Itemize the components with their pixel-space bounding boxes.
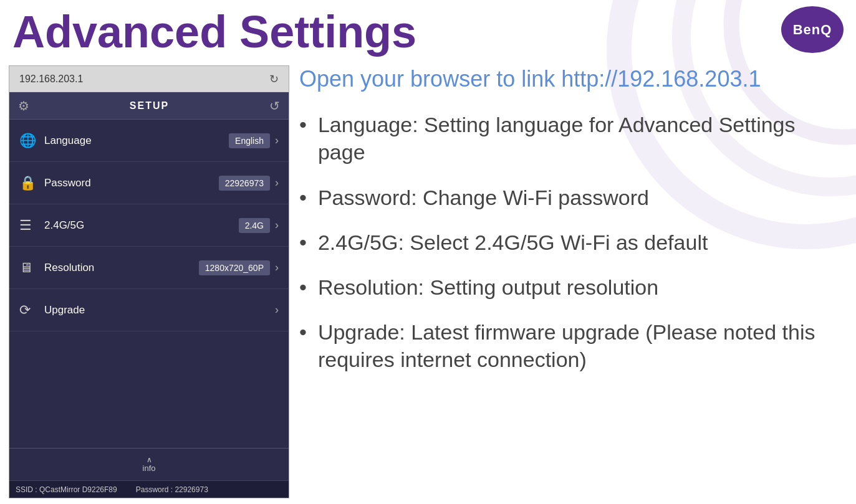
ssid-text: SSID : QCastMirror D9226F89: [16, 485, 117, 494]
gear-icon[interactable]: ⚙: [18, 98, 29, 113]
resolution-value: 1280x720_60P: [199, 260, 270, 275]
menu-item-resolution[interactable]: 🖥 Resolution 1280x720_60P ›: [9, 247, 289, 289]
wifi-icon: ☰: [19, 217, 42, 234]
bullet-list: • Language: Setting language for Advance…: [299, 111, 844, 373]
bullet-text-password: Password: Change Wi-Fi password: [318, 184, 649, 211]
upgrade-arrow: ›: [275, 303, 279, 316]
bullet-text-upgrade: Upgrade: Latest firmware upgrade (Please…: [318, 318, 844, 373]
benq-logo: BenQ: [781, 6, 844, 53]
bullet-dot-3: •: [299, 229, 307, 256]
page-title: Advanced Settings: [12, 6, 416, 57]
password-arrow: ›: [275, 176, 279, 189]
password-label: Password: [44, 177, 219, 189]
language-arrow: ›: [275, 134, 279, 147]
benq-logo-text: BenQ: [793, 22, 832, 38]
menu-item-language[interactable]: 🌐 Language English ›: [9, 120, 289, 162]
bullet-dot-5: •: [299, 318, 307, 346]
setup-bar: ⚙ SETUP ↺: [9, 92, 289, 120]
ssid-password-text: Password : 22926973: [136, 485, 208, 494]
bullet-dot-2: •: [299, 184, 307, 211]
menu-item-upgrade[interactable]: ⟳ Upgrade ›: [9, 289, 289, 331]
bullet-text-resolution: Resolution: Setting output resolution: [318, 273, 658, 301]
address-bar: 192.168.203.1 ↻: [9, 66, 289, 92]
language-label: Language: [44, 135, 229, 147]
refresh-icon[interactable]: ↻: [269, 72, 279, 86]
bullet-item-password: • Password: Change Wi-Fi password: [299, 184, 844, 211]
language-icon: 🌐: [19, 133, 42, 149]
password-icon: 🔒: [19, 175, 42, 191]
wifi-value: 2.4G: [239, 218, 270, 233]
chevron-up-icon: ∧: [147, 456, 152, 464]
password-value: 22926973: [219, 176, 270, 191]
right-panel: Open your browser to link http://192.168…: [299, 65, 844, 498]
menu-item-wifi[interactable]: ☰ 2.4G/5G 2.4G ›: [9, 204, 289, 247]
ip-address: 192.168.203.1: [19, 74, 83, 85]
browser-link: Open your browser to link http://192.168…: [299, 65, 844, 92]
wifi-arrow: ›: [275, 219, 279, 232]
upgrade-icon: ⟳: [19, 302, 42, 318]
setup-label: SETUP: [130, 100, 169, 112]
menu-item-password[interactable]: 🔒 Password 22926973 ›: [9, 162, 289, 204]
bullet-text-language: Language: Setting language for Advanced …: [318, 111, 844, 166]
bullet-dot-1: •: [299, 111, 307, 138]
bullet-dot-4: •: [299, 273, 307, 301]
menu-list: 🌐 Language English › 🔒 Password 22926973…: [9, 120, 289, 448]
resolution-icon: 🖥: [19, 260, 42, 276]
upgrade-label: Upgrade: [44, 304, 275, 316]
back-icon[interactable]: ↺: [269, 98, 280, 113]
resolution-arrow: ›: [275, 261, 279, 274]
device-panel: 192.168.203.1 ↻ ⚙ SETUP ↺ 🌐 Language Eng…: [9, 65, 289, 498]
bullet-item-language: • Language: Setting language for Advance…: [299, 111, 844, 166]
bullet-item-wifi: • 2.4G/5G: Select 2.4G/5G Wi-Fi as defau…: [299, 229, 844, 256]
bullet-item-resolution: • Resolution: Setting output resolution: [299, 273, 844, 301]
info-bar: ∧ info: [9, 448, 289, 480]
ssid-bar: SSID : QCastMirror D9226F89 Password : 2…: [9, 480, 289, 498]
bullet-text-wifi: 2.4G/5G: Select 2.4G/5G Wi-Fi as default: [318, 229, 708, 256]
resolution-label: Resolution: [44, 262, 199, 274]
wifi-label: 2.4G/5G: [44, 219, 239, 232]
language-value: English: [229, 133, 270, 148]
bullet-item-upgrade: • Upgrade: Latest firmware upgrade (Plea…: [299, 318, 844, 373]
info-label: info: [143, 464, 156, 473]
